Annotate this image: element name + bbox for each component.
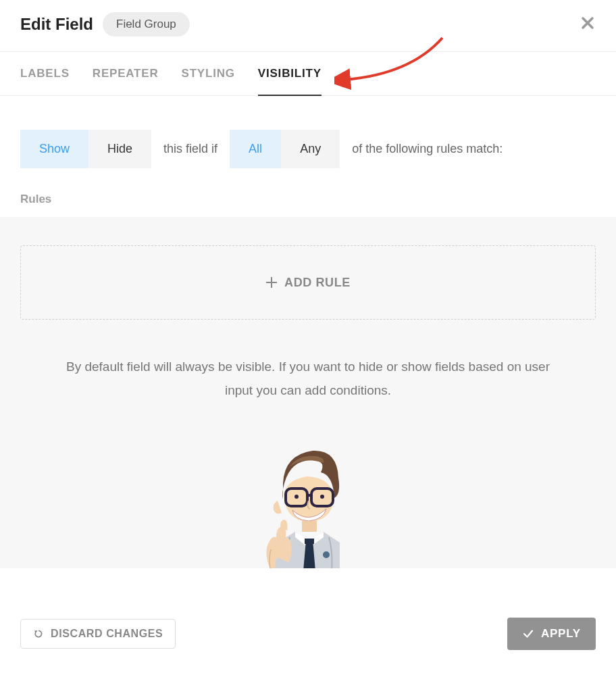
plus-icon: [265, 276, 278, 289]
apply-button[interactable]: APPLY: [507, 618, 596, 650]
check-icon: [522, 628, 534, 640]
show-toggle[interactable]: Show: [20, 130, 88, 168]
any-toggle[interactable]: Any: [281, 130, 340, 168]
tab-repeater[interactable]: REPEATER: [93, 52, 159, 95]
visibility-condition-row: Show Hide this field if All Any of the f…: [0, 96, 616, 189]
hide-toggle[interactable]: Hide: [88, 130, 151, 168]
undo-icon: [33, 628, 44, 639]
close-button[interactable]: [580, 15, 596, 31]
tab-visibility[interactable]: VISIBILITY: [258, 52, 322, 95]
modal-title: Edit Field: [20, 15, 93, 34]
condition-text-1: this field if: [163, 142, 217, 156]
field-type-badge: Field Group: [103, 12, 190, 36]
svg-point-4: [294, 495, 299, 499]
rules-panel: ADD RULE By default field will always be…: [0, 217, 616, 568]
svg-rect-6: [302, 521, 317, 532]
modal-header: Edit Field Field Group: [0, 0, 616, 51]
svg-rect-7: [305, 539, 314, 544]
discard-changes-button[interactable]: DISCARD CHANGES: [20, 619, 176, 649]
all-toggle[interactable]: All: [230, 130, 281, 168]
close-icon: [580, 15, 596, 31]
apply-label: APPLY: [541, 627, 581, 641]
tab-labels[interactable]: LABELS: [20, 52, 70, 95]
condition-text-2: of the following rules match:: [352, 142, 503, 156]
modal-footer: DISCARD CHANGES APPLY: [0, 593, 616, 673]
add-rule-label: ADD RULE: [284, 276, 351, 290]
rules-section-label: Rules: [0, 189, 616, 217]
discard-label: DISCARD CHANGES: [51, 628, 163, 640]
rules-help-text: By default field will always be visible.…: [20, 355, 596, 402]
mascot-illustration: [20, 436, 596, 568]
add-rule-button[interactable]: ADD RULE: [20, 245, 596, 320]
tab-styling[interactable]: STYLING: [182, 52, 235, 95]
show-hide-toggle: Show Hide: [20, 130, 151, 168]
svg-point-8: [323, 551, 330, 558]
tab-bar: LABELS REPEATER STYLING VISIBILITY: [0, 51, 616, 96]
svg-point-5: [320, 495, 324, 499]
all-any-toggle: All Any: [230, 130, 340, 168]
